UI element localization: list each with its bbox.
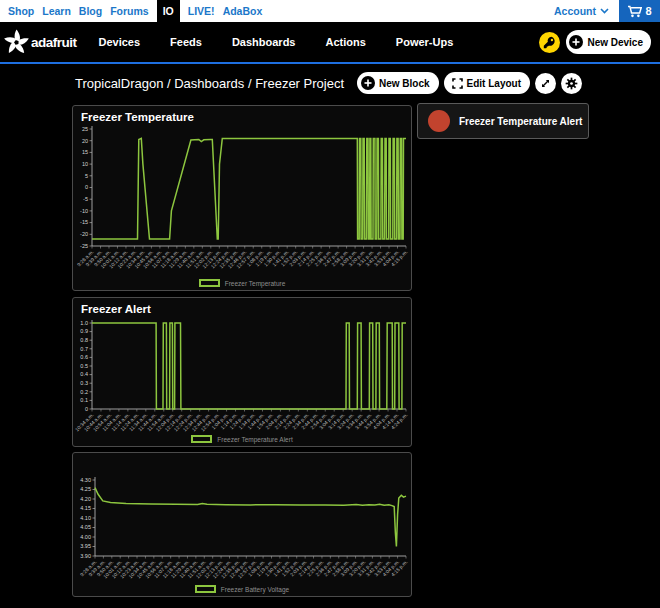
api-key-button[interactable] — [539, 32, 560, 53]
svg-text:4.10: 4.10 — [80, 515, 91, 521]
chart-legend: Freezer Temperature — [73, 279, 411, 287]
new-device-button[interactable]: New Device — [566, 30, 651, 54]
svg-text:0.3: 0.3 — [80, 380, 88, 386]
expand-arrows-icon — [540, 78, 551, 89]
nav-learn[interactable]: Learn — [38, 0, 75, 22]
key-icon — [543, 36, 556, 49]
account-label: Account — [554, 5, 596, 17]
svg-text:0: 0 — [85, 406, 88, 412]
freezer-alert-chart: 1.00.90.80.70.60.50.40.30.20.1010:34 a.m… — [73, 298, 411, 446]
nav-feeds[interactable]: Feeds — [155, 22, 217, 62]
legend-swatch — [191, 435, 212, 443]
panel-title: Freezer Temperature — [81, 111, 194, 123]
nav-adabox[interactable]: AdaBox — [219, 0, 267, 22]
adafruit-logo[interactable]: adafruit — [3, 29, 77, 56]
svg-text:0.1: 0.1 — [80, 397, 88, 403]
brand-text: adafruit — [31, 35, 77, 50]
new-block-button[interactable]: New Block — [357, 72, 439, 94]
svg-text:3.95: 3.95 — [80, 543, 91, 549]
panel-title: Freezer Alert — [81, 303, 151, 315]
svg-text:-10: -10 — [80, 208, 88, 214]
settings-button[interactable] — [561, 73, 582, 94]
fullscreen-button[interactable] — [535, 73, 556, 94]
main-nav-bar: adafruit Devices Feeds Dashboards Action… — [0, 22, 660, 62]
nav-blog[interactable]: Blog — [75, 0, 106, 22]
plus-icon — [361, 76, 375, 90]
main-nav-items: Devices Feeds Dashboards Actions Power-U… — [84, 22, 469, 62]
cart-button[interactable]: 8 — [619, 0, 660, 22]
svg-text:3.90: 3.90 — [80, 553, 91, 559]
nav-actions[interactable]: Actions — [310, 22, 380, 62]
breadcrumb[interactable]: TropicalDragon / Dashboards / Freezer Pr… — [75, 76, 344, 91]
svg-text:15: 15 — [82, 149, 88, 155]
svg-text:-25: -25 — [80, 243, 88, 249]
new-block-label: New Block — [379, 78, 430, 89]
legend-swatch — [199, 279, 220, 287]
top-nav-bar: Shop Learn Blog Forums IO LIVE! AdaBox A… — [0, 0, 660, 22]
nav-devices[interactable]: Devices — [84, 22, 156, 62]
legend-label: Freezer Temperature — [225, 280, 286, 287]
blue-divider — [0, 62, 660, 64]
svg-text:4.30: 4.30 — [80, 477, 91, 483]
nav-power-ups[interactable]: Power-Ups — [381, 22, 468, 62]
svg-text:0.5: 0.5 — [80, 363, 88, 369]
new-device-label: New Device — [587, 37, 643, 48]
legend-label: Freezer Battery Voltage — [221, 586, 289, 593]
chart-legend: Freezer Battery Voltage — [73, 585, 411, 593]
nav-dashboards[interactable]: Dashboards — [217, 22, 311, 62]
svg-text:-15: -15 — [80, 219, 88, 225]
edit-layout-button[interactable]: Edit Layout — [444, 72, 530, 94]
layout-brackets-icon — [452, 78, 463, 89]
freezer-battery-voltage-chart: 4.304.254.204.154.104.054.003.953.909:28… — [73, 453, 411, 596]
cart-icon — [627, 5, 642, 18]
freezer-battery-voltage-panel: 4.304.254.204.154.104.054.003.953.909:28… — [72, 452, 412, 597]
freezer-temperature-chart: 2520151050-5-10-15-20-259:28 a.m.9:39 a.… — [73, 106, 411, 290]
nav-forums[interactable]: Forums — [106, 0, 153, 22]
svg-text:0.7: 0.7 — [80, 346, 88, 352]
nav-io-tab[interactable]: IO — [157, 0, 180, 22]
gear-icon — [565, 77, 578, 90]
nav-shop[interactable]: Shop — [4, 0, 38, 22]
chevron-down-icon — [600, 8, 609, 14]
svg-text:-5: -5 — [83, 196, 88, 202]
cart-count: 8 — [645, 5, 651, 17]
svg-text:0.8: 0.8 — [80, 337, 88, 343]
svg-text:4.20: 4.20 — [80, 496, 91, 502]
svg-text:4.00: 4.00 — [80, 534, 91, 540]
svg-text:1.0: 1.0 — [80, 320, 88, 326]
edit-layout-label: Edit Layout — [467, 78, 521, 89]
svg-text:25: 25 — [82, 126, 88, 132]
svg-text:10: 10 — [82, 161, 88, 167]
alert-block-label: Freezer Temperature Alert — [459, 116, 582, 127]
svg-text:0.4: 0.4 — [80, 371, 88, 377]
freezer-temperature-alert-block[interactable]: Freezer Temperature Alert — [417, 103, 589, 139]
legend-swatch — [195, 585, 216, 593]
adafruit-star-icon — [3, 29, 30, 56]
svg-text:0.6: 0.6 — [80, 354, 88, 360]
svg-text:4.05: 4.05 — [80, 524, 91, 530]
freezer-alert-panel: 1.00.90.80.70.60.50.40.30.20.1010:34 a.m… — [72, 297, 412, 447]
account-menu[interactable]: Account — [544, 0, 619, 22]
chart-legend: Freezer Temperature Alert — [73, 435, 411, 443]
freezer-temperature-panel: 2520151050-5-10-15-20-259:28 a.m.9:39 a.… — [72, 105, 412, 291]
svg-text:-20: -20 — [80, 231, 88, 237]
nav-live[interactable]: LIVE! — [184, 0, 219, 22]
charts-column: 2520151050-5-10-15-20-259:28 a.m.9:39 a.… — [72, 105, 412, 597]
svg-text:0.9: 0.9 — [80, 328, 88, 334]
svg-text:4.25: 4.25 — [80, 486, 91, 492]
svg-text:4.15: 4.15 — [80, 505, 91, 511]
svg-text:20: 20 — [82, 138, 88, 144]
plus-icon — [569, 35, 583, 49]
legend-label: Freezer Temperature Alert — [217, 436, 292, 443]
svg-text:0: 0 — [85, 184, 88, 190]
svg-text:5: 5 — [85, 173, 88, 179]
svg-text:0.2: 0.2 — [80, 389, 88, 395]
alert-indicator-dot — [428, 110, 450, 132]
